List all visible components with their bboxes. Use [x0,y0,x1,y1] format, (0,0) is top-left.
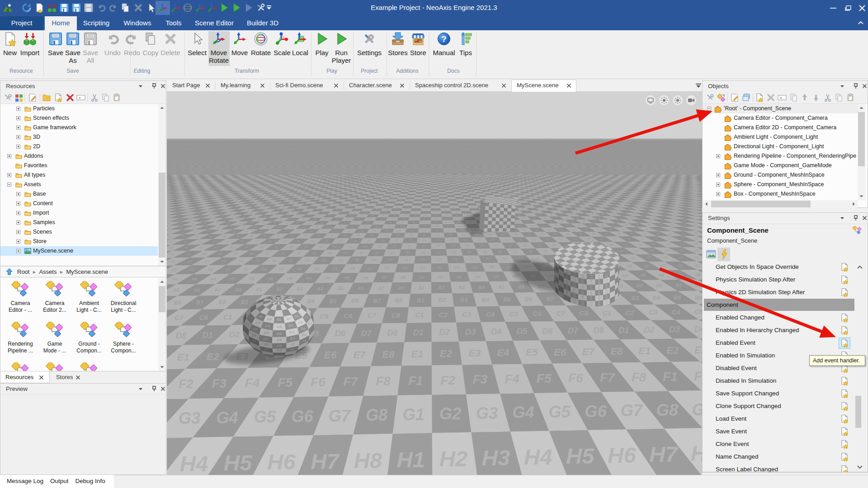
svg-text:D6: D6 [260,246,264,249]
svg-text:D6: D6 [588,194,589,194]
svg-text:F3: F3 [472,372,487,386]
svg-text:F3: F3 [443,197,443,198]
svg-text:G6: G6 [644,264,649,268]
svg-text:D1: D1 [305,245,308,248]
svg-text:G4: G4 [472,266,477,270]
svg-text:H8: H8 [401,275,406,280]
svg-text:B2: B2 [644,233,646,235]
svg-text:C6: C6 [381,239,384,242]
svg-text:C1: C1 [604,300,609,305]
svg-text:E4: E4 [200,216,202,217]
svg-text:B7: B7 [287,318,292,320]
svg-text:D7: D7 [596,194,597,194]
svg-text:D5: D5 [363,245,367,248]
svg-text:D2: D2 [229,330,240,339]
svg-text:E3: E3 [442,196,443,197]
svg-text:H5: H5 [224,450,252,475]
svg-text:G3: G3 [179,409,200,427]
svg-text:B4: B4 [652,295,660,301]
svg-text:F2: F2 [434,197,435,198]
svg-text:D7: D7 [405,211,406,213]
svg-text:F1: F1 [360,198,361,199]
svg-text:C1: C1 [305,316,309,319]
svg-text:B7: B7 [397,234,400,236]
svg-text:C8: C8 [519,238,522,241]
svg-text:D3: D3 [282,212,283,214]
svg-text:E8: E8 [223,197,224,197]
svg-text:C4: C4 [573,238,576,241]
svg-text:H7: H7 [382,275,387,280]
svg-text:D8: D8 [524,244,527,247]
svg-text:C5: C5 [255,240,258,243]
svg-text:D2: D2 [434,194,435,195]
svg-text:C4: C4 [681,237,684,240]
svg-text:A6: A6 [284,230,287,232]
svg-text:E8: E8 [671,195,672,196]
svg-text:G1: G1 [402,405,424,424]
svg-text:G3: G3 [262,222,264,224]
svg-text:G5: G5 [192,223,194,225]
svg-text:D6: D6 [378,245,382,248]
svg-text:G1: G1 [279,267,284,271]
svg-text:F4: F4 [280,219,282,221]
svg-text:C2: C2 [655,237,658,240]
svg-text:E5: E5 [526,347,538,358]
svg-text:C1: C1 [187,210,189,211]
svg-text:G3: G3 [455,266,460,270]
svg-text:F1: F1 [604,273,609,277]
svg-text:D4: D4 [616,211,618,212]
svg-text:E8: E8 [302,333,307,337]
svg-text:F1: F1 [686,197,687,197]
svg-text:B5: B5 [674,295,681,301]
svg-text:C7: C7 [556,310,565,317]
svg-text:D5: D5 [302,212,304,214]
svg-text:G8: G8 [656,401,679,419]
svg-text:F7: F7 [402,218,404,220]
svg-text:D4: D4 [536,211,538,213]
svg-text:D5: D5 [625,211,627,212]
svg-text:C8: C8 [297,240,300,243]
svg-text:A7: A7 [694,228,698,230]
svg-text:C6: C6 [533,310,542,317]
svg-text:G1: G1 [420,266,425,270]
svg-text:H5: H5 [494,274,500,279]
svg-text:H2: H2 [438,274,444,279]
svg-text:H2: H2 [531,225,533,227]
svg-text:D4: D4 [466,244,469,247]
svg-text:C6: C6 [344,312,353,319]
svg-text:B7: B7 [373,298,381,304]
svg-text:E4: E4 [640,195,641,196]
svg-text:A7: A7 [297,230,300,232]
svg-text:A1: A1 [220,230,223,233]
svg-text:G5: G5 [490,265,495,269]
svg-text:D7: D7 [275,246,278,249]
svg-text:A3: A3 [348,230,351,232]
svg-text:H4: H4 [325,275,331,280]
svg-text:D1: D1 [586,211,588,212]
svg-text:A1: A1 [423,230,426,232]
svg-text:D6: D6 [214,195,215,196]
svg-text:F3: F3 [242,198,243,199]
svg-text:C7: C7 [327,209,329,211]
svg-text:C8: C8 [647,208,649,210]
svg-text:F4: F4 [451,197,452,198]
svg-text:H6: H6 [193,226,196,229]
svg-text:D3: D3 [215,246,219,249]
svg-text:F5: F5 [381,218,382,220]
svg-text:E4: E4 [191,197,192,197]
svg-text:C3: C3 [339,239,342,242]
svg-text:C4: C4 [241,240,244,243]
svg-text:G3: G3 [355,222,358,224]
svg-text:B7: B7 [183,235,185,238]
svg-text:E4: E4 [450,196,451,197]
svg-text:C6: C6 [628,208,630,210]
svg-text:D4: D4 [450,194,451,195]
svg-text:C2: C2 [325,239,328,242]
svg-text:B6: B6 [277,318,282,322]
svg-text:D8: D8 [419,194,420,195]
svg-text:C8: C8 [580,309,589,317]
svg-text:G4: G4 [189,268,194,272]
svg-text:B3: B3 [449,234,452,236]
svg-text:C4: C4 [672,308,681,316]
svg-text:B4: B4 [307,298,315,305]
